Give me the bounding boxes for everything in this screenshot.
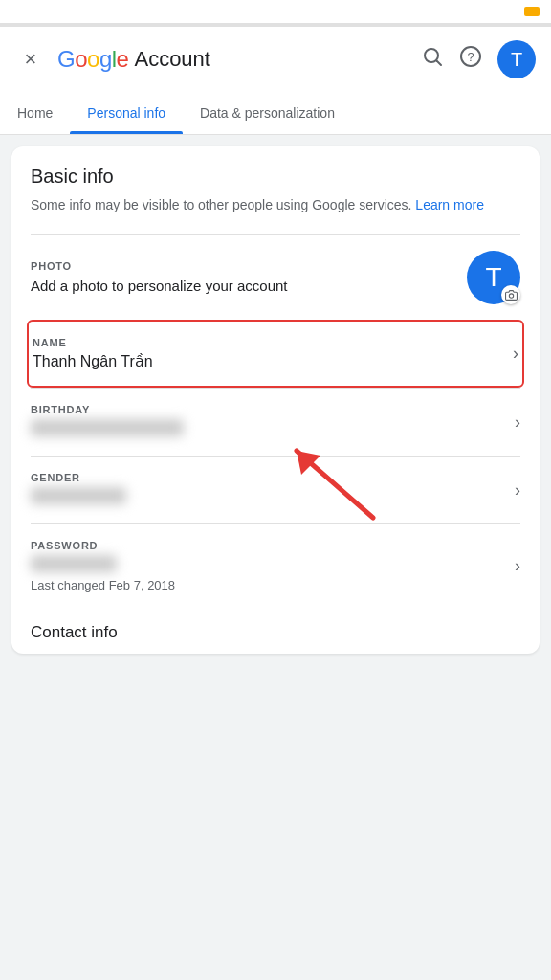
header: × Google Account ? T [0, 27, 551, 92]
photo-info: PHOTO Add a photo to personalize your ac… [31, 260, 467, 296]
name-value: Thanh Ngân Trần [33, 352, 513, 370]
tab-personal-info[interactable]: Personal info [70, 92, 183, 134]
status-indicator [524, 7, 540, 16]
learn-more-link[interactable]: Learn more [415, 197, 484, 212]
gender-info: GENDER [31, 472, 515, 508]
password-last-changed: Last changed Feb 7, 2018 [31, 578, 515, 592]
help-icon[interactable]: ? [459, 45, 482, 74]
password-value-blurred [31, 555, 117, 572]
gender-chevron: › [515, 480, 520, 501]
status-bar [0, 0, 551, 23]
birthday-chevron: › [515, 412, 520, 433]
avatar[interactable]: T [497, 40, 536, 78]
tab-data-personalization[interactable]: Data & personalization [183, 92, 352, 134]
birthday-value-blurred [31, 419, 184, 436]
birthday-label: BIRTHDAY [31, 404, 515, 415]
svg-point-4 [509, 293, 513, 297]
photo-row[interactable]: PHOTO Add a photo to personalize your ac… [31, 234, 520, 320]
contact-info-header: Contact info [31, 608, 520, 654]
name-row-wrapper: NAME Thanh Ngân Trần › [27, 320, 524, 388]
password-label: PASSWORD [31, 540, 515, 551]
photo-avatar-wrap: T [467, 251, 520, 304]
basic-info-title: Basic info [31, 166, 520, 188]
tab-home[interactable]: Home [0, 92, 70, 134]
camera-badge [501, 285, 520, 304]
photo-desc: Add a photo to personalize your account [31, 276, 467, 296]
password-chevron: › [515, 556, 520, 576]
search-icon[interactable] [421, 45, 444, 74]
main-content: Basic info Some info may be visible to o… [0, 135, 551, 677]
close-button[interactable]: × [15, 47, 46, 72]
name-label: NAME [33, 337, 513, 348]
gender-label: GENDER [31, 472, 515, 483]
password-info: PASSWORD Last changed Feb 7, 2018 [31, 540, 515, 592]
gender-row[interactable]: GENDER › [31, 456, 520, 523]
name-chevron: › [513, 344, 518, 364]
logo-area: Google Account [57, 46, 409, 73]
birthday-row[interactable]: BIRTHDAY › [31, 388, 520, 456]
tabs: Home Personal info Data & personalizatio… [0, 92, 551, 135]
name-info: NAME Thanh Ngân Trần [33, 337, 513, 370]
basic-info-description: Some info may be visible to other people… [31, 195, 520, 215]
svg-text:?: ? [467, 50, 474, 64]
password-row[interactable]: PASSWORD Last changed Feb 7, 2018 › [31, 523, 520, 608]
svg-line-1 [437, 61, 442, 66]
basic-info-card: Basic info Some info may be visible to o… [11, 146, 540, 654]
header-icons: ? T [421, 40, 536, 78]
name-row[interactable]: NAME Thanh Ngân Trần › [33, 322, 518, 386]
account-text: Account [134, 47, 210, 72]
google-logo: Google [57, 46, 128, 73]
photo-label: PHOTO [31, 260, 467, 272]
gender-value-blurred [31, 487, 126, 504]
birthday-info: BIRTHDAY [31, 404, 515, 440]
